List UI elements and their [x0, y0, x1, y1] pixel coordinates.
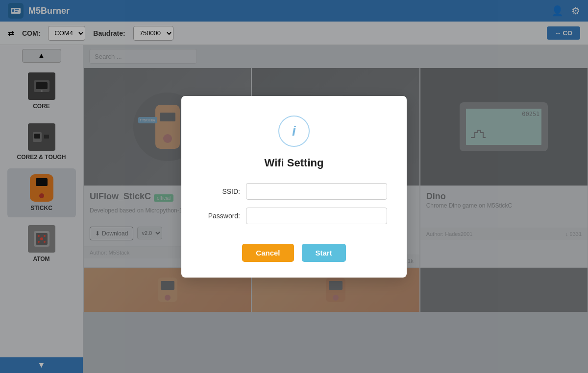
- modal-form: SSID: Password:: [201, 183, 387, 232]
- password-input[interactable]: [246, 208, 387, 224]
- modal-backdrop: i Wifi Setting SSID: Password: Cancel St…: [0, 0, 588, 373]
- wifi-setting-modal: i Wifi Setting SSID: Password: Cancel St…: [181, 96, 407, 278]
- cancel-button[interactable]: Cancel: [242, 244, 294, 262]
- ssid-row: SSID:: [201, 183, 387, 200]
- password-label: Password:: [201, 212, 240, 220]
- password-row: Password:: [201, 208, 387, 224]
- modal-info-icon: i: [278, 116, 310, 147]
- modal-buttons: Cancel Start: [242, 244, 345, 262]
- modal-title: Wifi Setting: [265, 157, 324, 169]
- ssid-input[interactable]: [246, 183, 387, 200]
- ssid-label: SSID:: [201, 187, 240, 195]
- start-button[interactable]: Start: [302, 244, 346, 262]
